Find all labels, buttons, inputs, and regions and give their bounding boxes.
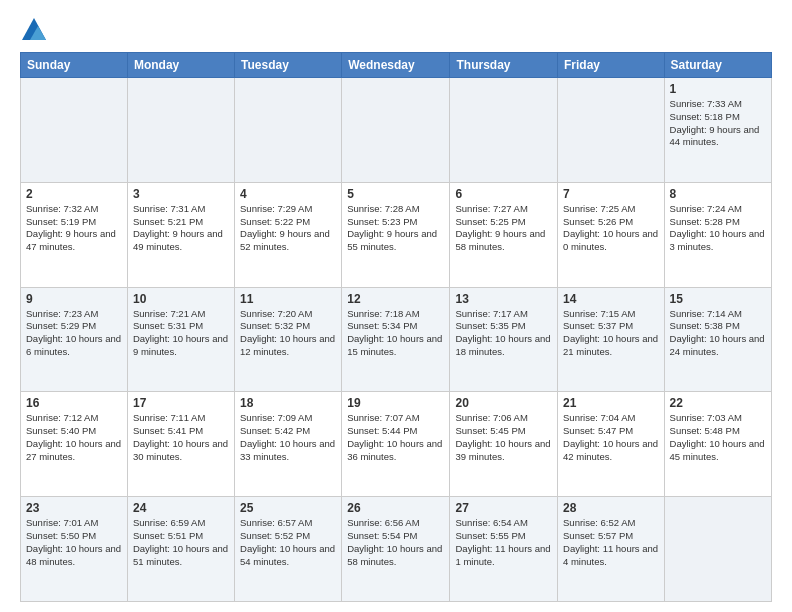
calendar-cell: 13Sunrise: 7:17 AM Sunset: 5:35 PM Dayli… [450,287,558,392]
calendar-cell: 7Sunrise: 7:25 AM Sunset: 5:26 PM Daylig… [558,182,665,287]
day-info: Sunrise: 7:23 AM Sunset: 5:29 PM Dayligh… [26,308,122,359]
day-number: 13 [455,292,552,306]
calendar-cell: 4Sunrise: 7:29 AM Sunset: 5:22 PM Daylig… [235,182,342,287]
weekday-header-wednesday: Wednesday [342,53,450,78]
day-number: 12 [347,292,444,306]
calendar-cell: 25Sunrise: 6:57 AM Sunset: 5:52 PM Dayli… [235,497,342,602]
calendar-cell: 2Sunrise: 7:32 AM Sunset: 5:19 PM Daylig… [21,182,128,287]
day-info: Sunrise: 6:52 AM Sunset: 5:57 PM Dayligh… [563,517,659,568]
calendar-cell: 15Sunrise: 7:14 AM Sunset: 5:38 PM Dayli… [664,287,771,392]
calendar-cell: 17Sunrise: 7:11 AM Sunset: 5:41 PM Dayli… [127,392,234,497]
weekday-header-friday: Friday [558,53,665,78]
calendar-cell [342,78,450,183]
calendar-cell [450,78,558,183]
day-number: 6 [455,187,552,201]
calendar-cell [664,497,771,602]
day-number: 15 [670,292,766,306]
calendar-cell [558,78,665,183]
day-number: 19 [347,396,444,410]
page: SundayMondayTuesdayWednesdayThursdayFrid… [0,0,792,612]
calendar-cell [127,78,234,183]
day-number: 26 [347,501,444,515]
day-number: 18 [240,396,336,410]
calendar-cell: 8Sunrise: 7:24 AM Sunset: 5:28 PM Daylig… [664,182,771,287]
calendar-week-row: 16Sunrise: 7:12 AM Sunset: 5:40 PM Dayli… [21,392,772,497]
weekday-header-row: SundayMondayTuesdayWednesdayThursdayFrid… [21,53,772,78]
calendar-cell: 20Sunrise: 7:06 AM Sunset: 5:45 PM Dayli… [450,392,558,497]
day-info: Sunrise: 7:20 AM Sunset: 5:32 PM Dayligh… [240,308,336,359]
day-info: Sunrise: 7:07 AM Sunset: 5:44 PM Dayligh… [347,412,444,463]
day-info: Sunrise: 7:01 AM Sunset: 5:50 PM Dayligh… [26,517,122,568]
calendar-cell: 5Sunrise: 7:28 AM Sunset: 5:23 PM Daylig… [342,182,450,287]
day-number: 23 [26,501,122,515]
calendar-cell: 14Sunrise: 7:15 AM Sunset: 5:37 PM Dayli… [558,287,665,392]
calendar-cell: 27Sunrise: 6:54 AM Sunset: 5:55 PM Dayli… [450,497,558,602]
calendar-cell [235,78,342,183]
calendar-cell: 16Sunrise: 7:12 AM Sunset: 5:40 PM Dayli… [21,392,128,497]
calendar-cell: 23Sunrise: 7:01 AM Sunset: 5:50 PM Dayli… [21,497,128,602]
weekday-header-thursday: Thursday [450,53,558,78]
day-info: Sunrise: 6:57 AM Sunset: 5:52 PM Dayligh… [240,517,336,568]
logo [20,16,52,44]
day-info: Sunrise: 7:31 AM Sunset: 5:21 PM Dayligh… [133,203,229,254]
calendar-cell: 12Sunrise: 7:18 AM Sunset: 5:34 PM Dayli… [342,287,450,392]
calendar-cell: 26Sunrise: 6:56 AM Sunset: 5:54 PM Dayli… [342,497,450,602]
calendar-cell: 1Sunrise: 7:33 AM Sunset: 5:18 PM Daylig… [664,78,771,183]
day-number: 11 [240,292,336,306]
day-number: 21 [563,396,659,410]
day-info: Sunrise: 7:04 AM Sunset: 5:47 PM Dayligh… [563,412,659,463]
weekday-header-sunday: Sunday [21,53,128,78]
day-number: 22 [670,396,766,410]
weekday-header-tuesday: Tuesday [235,53,342,78]
day-number: 3 [133,187,229,201]
calendar-cell: 6Sunrise: 7:27 AM Sunset: 5:25 PM Daylig… [450,182,558,287]
day-number: 9 [26,292,122,306]
day-number: 16 [26,396,122,410]
day-info: Sunrise: 7:18 AM Sunset: 5:34 PM Dayligh… [347,308,444,359]
calendar-cell: 28Sunrise: 6:52 AM Sunset: 5:57 PM Dayli… [558,497,665,602]
day-info: Sunrise: 7:25 AM Sunset: 5:26 PM Dayligh… [563,203,659,254]
day-info: Sunrise: 6:59 AM Sunset: 5:51 PM Dayligh… [133,517,229,568]
day-number: 7 [563,187,659,201]
top-header [20,16,772,44]
day-number: 4 [240,187,336,201]
day-number: 1 [670,82,766,96]
day-info: Sunrise: 7:33 AM Sunset: 5:18 PM Dayligh… [670,98,766,149]
day-number: 14 [563,292,659,306]
day-number: 27 [455,501,552,515]
day-number: 5 [347,187,444,201]
day-info: Sunrise: 7:21 AM Sunset: 5:31 PM Dayligh… [133,308,229,359]
day-number: 24 [133,501,229,515]
weekday-header-monday: Monday [127,53,234,78]
weekday-header-saturday: Saturday [664,53,771,78]
day-info: Sunrise: 7:14 AM Sunset: 5:38 PM Dayligh… [670,308,766,359]
calendar-cell: 3Sunrise: 7:31 AM Sunset: 5:21 PM Daylig… [127,182,234,287]
calendar-cell: 9Sunrise: 7:23 AM Sunset: 5:29 PM Daylig… [21,287,128,392]
day-info: Sunrise: 7:06 AM Sunset: 5:45 PM Dayligh… [455,412,552,463]
day-number: 25 [240,501,336,515]
day-info: Sunrise: 7:11 AM Sunset: 5:41 PM Dayligh… [133,412,229,463]
calendar-week-row: 9Sunrise: 7:23 AM Sunset: 5:29 PM Daylig… [21,287,772,392]
day-number: 10 [133,292,229,306]
calendar-table: SundayMondayTuesdayWednesdayThursdayFrid… [20,52,772,602]
day-number: 8 [670,187,766,201]
calendar-week-row: 2Sunrise: 7:32 AM Sunset: 5:19 PM Daylig… [21,182,772,287]
calendar-cell: 24Sunrise: 6:59 AM Sunset: 5:51 PM Dayli… [127,497,234,602]
calendar-cell: 10Sunrise: 7:21 AM Sunset: 5:31 PM Dayli… [127,287,234,392]
calendar-cell: 22Sunrise: 7:03 AM Sunset: 5:48 PM Dayli… [664,392,771,497]
calendar-cell: 18Sunrise: 7:09 AM Sunset: 5:42 PM Dayli… [235,392,342,497]
day-number: 2 [26,187,122,201]
day-info: Sunrise: 7:09 AM Sunset: 5:42 PM Dayligh… [240,412,336,463]
day-info: Sunrise: 7:12 AM Sunset: 5:40 PM Dayligh… [26,412,122,463]
calendar-cell: 11Sunrise: 7:20 AM Sunset: 5:32 PM Dayli… [235,287,342,392]
day-info: Sunrise: 7:29 AM Sunset: 5:22 PM Dayligh… [240,203,336,254]
day-info: Sunrise: 7:17 AM Sunset: 5:35 PM Dayligh… [455,308,552,359]
calendar-cell: 21Sunrise: 7:04 AM Sunset: 5:47 PM Dayli… [558,392,665,497]
day-number: 28 [563,501,659,515]
day-info: Sunrise: 7:03 AM Sunset: 5:48 PM Dayligh… [670,412,766,463]
logo-icon [20,16,48,44]
calendar-cell: 19Sunrise: 7:07 AM Sunset: 5:44 PM Dayli… [342,392,450,497]
day-info: Sunrise: 7:15 AM Sunset: 5:37 PM Dayligh… [563,308,659,359]
day-info: Sunrise: 6:56 AM Sunset: 5:54 PM Dayligh… [347,517,444,568]
day-info: Sunrise: 6:54 AM Sunset: 5:55 PM Dayligh… [455,517,552,568]
